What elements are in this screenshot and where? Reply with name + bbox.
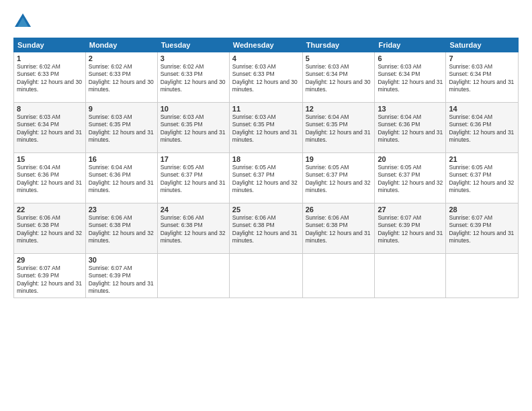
calendar-cell: 25Sunrise: 6:06 AMSunset: 6:38 PMDayligh… [229,203,302,254]
day-info: Sunrise: 6:05 AMSunset: 6:37 PMDaylight:… [378,164,443,195]
calendar-cell: 28Sunrise: 6:07 AMSunset: 6:39 PMDayligh… [446,203,519,254]
day-info: Sunrise: 6:07 AMSunset: 6:39 PMDaylight:… [17,265,83,295]
day-info: Sunrise: 6:03 AMSunset: 6:34 PMDaylight:… [449,63,515,94]
calendar-week-2: 8Sunrise: 6:03 AMSunset: 6:34 PMDaylight… [14,103,519,153]
day-info: Sunrise: 6:05 AMSunset: 6:37 PMDaylight:… [232,164,300,195]
calendar-cell: 14Sunrise: 6:04 AMSunset: 6:36 PMDayligh… [446,103,519,153]
day-number: 9 [89,105,154,113]
day-info: Sunrise: 6:03 AMSunset: 6:35 PMDaylight:… [89,113,154,144]
day-info: Sunrise: 6:03 AMSunset: 6:33 PMDaylight:… [232,63,300,94]
header [13,12,519,31]
calendar-cell: 30Sunrise: 6:07 AMSunset: 6:39 PMDayligh… [85,254,157,298]
weekday-header-wednesday: Wednesday [229,38,302,52]
day-info: Sunrise: 6:06 AMSunset: 6:38 PMDaylight:… [306,214,372,245]
weekday-header-tuesday: Tuesday [157,38,229,52]
day-info: Sunrise: 6:04 AMSunset: 6:36 PMDaylight:… [17,164,83,195]
day-info: Sunrise: 6:05 AMSunset: 6:37 PMDaylight:… [449,164,515,195]
calendar-cell: 16Sunrise: 6:04 AMSunset: 6:36 PMDayligh… [85,153,157,203]
day-number: 12 [306,105,372,113]
calendar-cell: 5Sunrise: 6:03 AMSunset: 6:34 PMDaylight… [302,52,375,103]
day-info: Sunrise: 6:07 AMSunset: 6:39 PMDaylight:… [449,214,515,245]
day-number: 15 [17,155,83,163]
calendar-cell: 3Sunrise: 6:02 AMSunset: 6:33 PMDaylight… [157,52,229,103]
day-number: 27 [378,205,443,214]
calendar-cell: 11Sunrise: 6:03 AMSunset: 6:35 PMDayligh… [229,103,302,153]
day-number: 11 [232,105,300,113]
day-info: Sunrise: 6:06 AMSunset: 6:38 PMDaylight:… [17,214,83,245]
day-number: 25 [232,205,300,214]
calendar-cell: 22Sunrise: 6:06 AMSunset: 6:38 PMDayligh… [14,203,86,254]
calendar-cell: 4Sunrise: 6:03 AMSunset: 6:33 PMDaylight… [229,52,302,103]
calendar-cell [302,254,375,298]
calendar-cell: 1Sunrise: 6:02 AMSunset: 6:33 PMDaylight… [14,52,86,103]
day-info: Sunrise: 6:03 AMSunset: 6:34 PMDaylight:… [378,63,443,94]
day-info: Sunrise: 6:04 AMSunset: 6:36 PMDaylight:… [449,113,515,144]
day-info: Sunrise: 6:02 AMSunset: 6:33 PMDaylight:… [17,63,83,94]
day-info: Sunrise: 6:06 AMSunset: 6:38 PMDaylight:… [232,214,300,245]
day-info: Sunrise: 6:04 AMSunset: 6:36 PMDaylight:… [89,164,154,195]
day-info: Sunrise: 6:03 AMSunset: 6:34 PMDaylight:… [17,113,83,144]
day-info: Sunrise: 6:04 AMSunset: 6:35 PMDaylight:… [306,113,372,144]
day-number: 4 [232,54,300,62]
calendar-cell: 9Sunrise: 6:03 AMSunset: 6:35 PMDaylight… [85,103,157,153]
day-number: 20 [378,155,443,163]
day-number: 17 [161,155,226,163]
logo-icon [13,12,32,31]
day-info: Sunrise: 6:05 AMSunset: 6:37 PMDaylight:… [306,164,372,195]
calendar-cell: 24Sunrise: 6:06 AMSunset: 6:38 PMDayligh… [157,203,229,254]
day-info: Sunrise: 6:07 AMSunset: 6:39 PMDaylight:… [89,265,154,295]
day-number: 29 [17,256,83,264]
logo [13,12,34,31]
calendar-week-1: 1Sunrise: 6:02 AMSunset: 6:33 PMDaylight… [14,52,519,103]
weekday-header-thursday: Thursday [302,38,375,52]
day-number: 26 [306,205,372,214]
day-number: 5 [306,54,372,62]
day-number: 18 [232,155,300,163]
calendar-week-4: 22Sunrise: 6:06 AMSunset: 6:38 PMDayligh… [14,203,519,254]
calendar-cell: 17Sunrise: 6:05 AMSunset: 6:37 PMDayligh… [157,153,229,203]
page: SundayMondayTuesdayWednesdayThursdayFrid… [0,0,532,411]
day-number: 30 [89,256,154,264]
calendar-cell: 7Sunrise: 6:03 AMSunset: 6:34 PMDaylight… [446,52,519,103]
day-info: Sunrise: 6:06 AMSunset: 6:38 PMDaylight:… [161,214,226,245]
day-number: 16 [89,155,154,163]
calendar-cell: 13Sunrise: 6:04 AMSunset: 6:36 PMDayligh… [375,103,446,153]
day-number: 14 [449,105,515,113]
calendar-cell: 12Sunrise: 6:04 AMSunset: 6:35 PMDayligh… [302,103,375,153]
calendar-cell: 29Sunrise: 6:07 AMSunset: 6:39 PMDayligh… [14,254,86,298]
calendar-cell: 23Sunrise: 6:06 AMSunset: 6:38 PMDayligh… [85,203,157,254]
calendar-cell: 10Sunrise: 6:03 AMSunset: 6:35 PMDayligh… [157,103,229,153]
day-info: Sunrise: 6:03 AMSunset: 6:34 PMDaylight:… [306,63,372,94]
weekday-header-monday: Monday [85,38,157,52]
day-info: Sunrise: 6:04 AMSunset: 6:36 PMDaylight:… [378,113,443,144]
day-info: Sunrise: 6:07 AMSunset: 6:39 PMDaylight:… [378,214,443,245]
day-number: 21 [449,155,515,163]
weekday-header-friday: Friday [375,38,446,52]
calendar-cell: 19Sunrise: 6:05 AMSunset: 6:37 PMDayligh… [302,153,375,203]
calendar-cell: 2Sunrise: 6:02 AMSunset: 6:33 PMDaylight… [85,52,157,103]
calendar-week-3: 15Sunrise: 6:04 AMSunset: 6:36 PMDayligh… [14,153,519,203]
calendar-cell [229,254,302,298]
calendar-cell: 21Sunrise: 6:05 AMSunset: 6:37 PMDayligh… [446,153,519,203]
calendar-header-row: SundayMondayTuesdayWednesdayThursdayFrid… [14,38,519,52]
weekday-header-sunday: Sunday [14,38,86,52]
calendar-cell [446,254,519,298]
calendar-cell: 27Sunrise: 6:07 AMSunset: 6:39 PMDayligh… [375,203,446,254]
calendar-table: SundayMondayTuesdayWednesdayThursdayFrid… [13,38,519,298]
day-number: 22 [17,205,83,214]
day-number: 8 [17,105,83,113]
day-number: 24 [161,205,226,214]
day-info: Sunrise: 6:02 AMSunset: 6:33 PMDaylight:… [161,63,226,94]
day-info: Sunrise: 6:03 AMSunset: 6:35 PMDaylight:… [232,113,300,144]
calendar-cell [375,254,446,298]
calendar-cell: 26Sunrise: 6:06 AMSunset: 6:38 PMDayligh… [302,203,375,254]
calendar-cell: 20Sunrise: 6:05 AMSunset: 6:37 PMDayligh… [375,153,446,203]
day-number: 28 [449,205,515,214]
calendar-cell [157,254,229,298]
calendar-week-5: 29Sunrise: 6:07 AMSunset: 6:39 PMDayligh… [14,254,519,298]
day-number: 10 [161,105,226,113]
day-number: 19 [306,155,372,163]
day-info: Sunrise: 6:02 AMSunset: 6:33 PMDaylight:… [89,63,154,94]
calendar-cell: 15Sunrise: 6:04 AMSunset: 6:36 PMDayligh… [14,153,86,203]
day-number: 2 [89,54,154,62]
